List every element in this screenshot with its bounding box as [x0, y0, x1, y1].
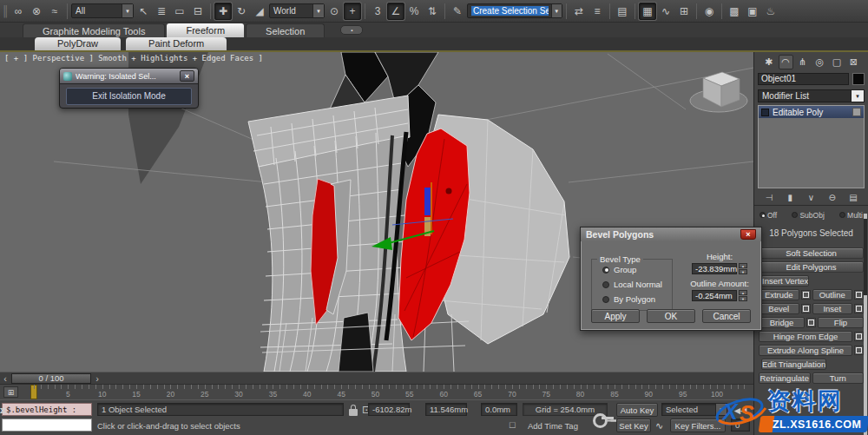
mini-curve-editor-icon[interactable]: ⊞ — [3, 386, 18, 398]
remove-modifier-icon[interactable]: ⊖ — [826, 193, 838, 202]
radio-dot-icon[interactable] — [760, 212, 766, 218]
extrude-button[interactable]: Extrude — [759, 289, 799, 300]
curve-editor-icon[interactable]: ∿ — [657, 3, 674, 20]
cancel-button[interactable]: Cancel — [702, 309, 751, 323]
z-coordinate-field[interactable]: 0.0mm — [481, 403, 517, 416]
select-by-name-icon[interactable]: ≣ — [153, 3, 170, 20]
time-slider-track[interactable]: ‹ 0 / 100 › — [0, 372, 753, 384]
flip-button[interactable]: Flip — [818, 317, 864, 328]
outline-spinner[interactable]: ▲▼ — [739, 290, 747, 301]
warning-dialog-titlebar[interactable]: Warning: Isolated Sel... × — [60, 69, 198, 83]
viewport-label[interactable]: [ + ] Perspective ] Smooth + Highlights … — [4, 54, 263, 63]
dropdown-arrow-icon[interactable]: ▼ — [312, 4, 324, 17]
dropdown-arrow-icon[interactable]: ▼ — [851, 90, 864, 102]
ok-button[interactable]: OK — [647, 309, 695, 323]
render-production-icon[interactable]: ♨ — [762, 3, 779, 20]
hierarchy-tab-icon[interactable]: ⋔ — [795, 55, 810, 69]
subobject-level-icon[interactable] — [761, 109, 769, 116]
modifier-list-dropdown[interactable]: Modifier List ▼ — [758, 89, 865, 102]
radio-subobj[interactable]: SubObj — [792, 211, 824, 220]
add-time-tag[interactable]: Add Time Tag — [528, 421, 578, 431]
y-coordinate-field[interactable]: 11.546mm — [425, 403, 467, 416]
extrude-spline-settings-icon[interactable] — [854, 346, 864, 355]
bridge-button[interactable]: Bridge — [759, 317, 805, 328]
select-and-rotate-icon[interactable]: ↻ — [233, 3, 250, 20]
align-icon[interactable]: ≡ — [589, 3, 606, 20]
radio-dot-icon[interactable] — [602, 267, 609, 274]
mirror-icon[interactable]: ⇄ — [570, 3, 588, 20]
radio-off[interactable]: Off — [760, 211, 777, 220]
percent-snap-toggle-icon[interactable]: % — [405, 3, 423, 20]
spinner-snap-toggle-icon[interactable]: ⇅ — [424, 3, 441, 20]
display-tab-icon[interactable]: ▢ — [829, 55, 844, 69]
insert-vertex-button[interactable]: Insert Vertex — [761, 275, 809, 287]
hinge-from-edge-button[interactable]: Hinge From Edge — [759, 331, 852, 342]
object-name-field[interactable]: Object01 — [758, 73, 849, 85]
bevel-settings-icon[interactable] — [801, 304, 811, 313]
snaps-toggle-icon[interactable]: 3 — [369, 3, 386, 20]
select-and-manipulate-icon[interactable]: + — [344, 3, 361, 20]
graphite-ribbon-toggle-icon[interactable]: ▦ — [639, 3, 656, 20]
modifier-stack[interactable]: Editable Poly — [758, 105, 865, 188]
rollout-soft-selection[interactable]: Soft Selection — [759, 247, 864, 259]
toolbar-drag-handle[interactable]: ║ — [2, 3, 9, 20]
render-setup-icon[interactable]: ▩ — [726, 3, 743, 20]
named-selection-set-dropdown[interactable]: Create Selection Se ▼ — [467, 3, 562, 18]
schematic-view-icon[interactable]: ⊞ — [675, 3, 693, 20]
x-coordinate-field[interactable]: -6102.82m — [368, 403, 410, 416]
select-and-scale-icon[interactable]: ◢ — [251, 3, 268, 20]
use-pivot-point-center-icon[interactable]: ⊙ — [326, 3, 343, 20]
time-slider-prev-icon[interactable]: ‹ — [0, 373, 10, 384]
outline-settings-icon[interactable] — [854, 290, 864, 300]
select-and-link-icon[interactable]: ∞ — [10, 3, 27, 20]
tab-selection[interactable]: Selection — [246, 23, 325, 37]
height-spinner[interactable]: ▲▼ — [739, 263, 747, 274]
radio-by-polygon[interactable]: By Polygon — [602, 294, 672, 304]
material-editor-icon[interactable]: ◉ — [700, 3, 718, 20]
auto-key-button[interactable]: Auto Key — [616, 403, 658, 417]
stack-item-editable-poly[interactable]: Editable Poly — [759, 106, 864, 118]
modify-tab-icon[interactable]: ◠ — [779, 55, 793, 69]
ribbon-minimize-icon[interactable]: ▪ — [340, 25, 363, 35]
time-slider-handle[interactable]: 0 / 100 — [11, 373, 91, 384]
turn-button[interactable]: Turn — [812, 372, 865, 384]
pin-stack-icon[interactable]: ⊣ — [763, 193, 775, 202]
edit-named-selection-sets-icon[interactable]: ✎ — [449, 3, 466, 20]
rectangular-selection-region-icon[interactable]: ▭ — [171, 3, 188, 20]
retriangulate-button[interactable]: Retriangulate — [759, 372, 811, 384]
radio-dot-icon[interactable] — [602, 281, 609, 288]
radio-group[interactable]: Group — [602, 265, 672, 274]
make-unique-icon[interactable]: ∨ — [806, 193, 818, 202]
radio-dot-icon[interactable] — [602, 296, 609, 303]
radio-multi[interactable]: Multi — [839, 211, 863, 220]
maxscript-input[interactable] — [2, 419, 92, 432]
configure-modifier-sets-icon[interactable]: ▤ — [847, 193, 859, 202]
select-and-move-icon[interactable]: ✚ — [214, 3, 232, 20]
angle-snap-toggle-icon[interactable]: ∠ — [387, 3, 404, 20]
radio-local-normal[interactable]: Local Normal — [602, 280, 672, 289]
set-keys-key-icon[interactable] — [593, 407, 617, 430]
radio-dot-icon[interactable] — [792, 212, 798, 218]
object-color-swatch[interactable] — [852, 73, 865, 85]
tab-freeform[interactable]: Freeform — [167, 23, 244, 37]
panel-scrollbar-thumb[interactable] — [864, 219, 867, 295]
extrude-along-spline-button[interactable]: Extrude Along Spline — [759, 345, 852, 356]
stack-item-state-icon[interactable] — [852, 108, 861, 116]
inset-settings-icon[interactable] — [854, 304, 864, 313]
bridge-settings-icon[interactable] — [806, 318, 816, 327]
dropdown-arrow-icon[interactable]: ▼ — [551, 4, 562, 17]
default-in-out-tangents-icon[interactable]: ∿ — [655, 420, 663, 432]
window-crossing-icon[interactable]: ⊟ — [189, 3, 207, 20]
hinge-settings-icon[interactable] — [854, 332, 864, 341]
exit-isolation-mode-button[interactable]: Exit Isolation Mode — [66, 88, 192, 105]
motion-tab-icon[interactable]: ◎ — [812, 55, 827, 69]
dropdown-arrow-icon[interactable]: ▼ — [122, 4, 133, 17]
tab-paint-deform[interactable]: Paint Deform — [126, 37, 227, 50]
time-slider-next-icon[interactable]: › — [92, 373, 102, 384]
maxscript-mini-listener[interactable]: $.bevelHeight : — [2, 403, 92, 416]
create-tab-icon[interactable]: ✱ — [761, 55, 776, 69]
selection-filter-dropdown[interactable]: All ▼ — [71, 3, 134, 18]
show-end-result-icon[interactable]: ▮ — [784, 193, 796, 202]
bind-to-space-warp-icon[interactable]: ≈ — [46, 3, 63, 20]
set-key-button[interactable]: Set Key — [616, 419, 651, 432]
